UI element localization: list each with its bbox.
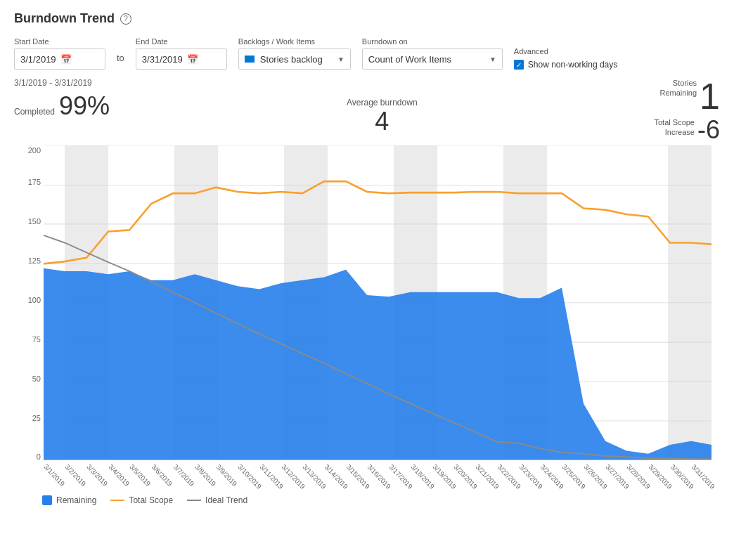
svg-text:3/3/2019: 3/3/2019 — [86, 462, 110, 488]
burndown-value: Count of Work Items — [368, 54, 451, 65]
total-scope-line — [44, 181, 712, 263]
svg-text:175: 175 — [28, 178, 41, 186]
total-scope-value: -6 — [697, 117, 720, 143]
svg-text:3/5/2019: 3/5/2019 — [129, 462, 153, 488]
svg-text:0: 0 — [37, 452, 41, 461]
end-date-group: End Date 3/31/2019 📅 — [136, 37, 227, 70]
advanced-label: Advanced — [514, 47, 617, 56]
legend-remaining: Remaining — [42, 495, 96, 505]
end-date-input[interactable]: 3/31/2019 📅 — [136, 48, 227, 70]
svg-text:3/9/2019: 3/9/2019 — [215, 462, 239, 488]
remaining-legend-icon — [42, 495, 52, 505]
chevron-down-icon: ▼ — [337, 56, 345, 63]
start-date-value: 3/1/2019 — [20, 54, 56, 65]
show-nonworking-row: ✓ Show non-working days — [514, 60, 617, 70]
stories-remaining-value: 1 — [700, 78, 720, 115]
burndown-label: Burndown on — [362, 37, 503, 46]
total-scope-legend-icon — [110, 500, 124, 501]
end-date-label: End Date — [136, 37, 227, 46]
svg-text:3/8/2019: 3/8/2019 — [194, 462, 218, 488]
to-separator: to — [117, 53, 124, 66]
controls-bar: Start Date 3/1/2019 📅 to End Date 3/31/2… — [14, 37, 720, 70]
svg-text:125: 125 — [28, 256, 41, 265]
calendar-icon-end: 📅 — [187, 54, 198, 65]
total-scope-label: Total ScopeIncrease — [655, 117, 695, 138]
svg-text:50: 50 — [32, 374, 41, 382]
svg-text:3/7/2019: 3/7/2019 — [172, 462, 196, 488]
burndown-group: Burndown on Count of Work Items ▼ — [362, 37, 503, 70]
page-title: Burndown Trend — [14, 11, 115, 26]
svg-rect-24 — [668, 145, 712, 460]
show-nonworking-label: Show non-working days — [528, 60, 617, 70]
svg-text:3/4/2019: 3/4/2019 — [108, 462, 131, 488]
legend-ideal-trend: Ideal Trend — [187, 495, 247, 505]
completed-value: 99% — [59, 93, 110, 119]
start-date-label: Start Date — [14, 37, 105, 46]
svg-text:3/2/2019: 3/2/2019 — [64, 462, 88, 488]
calendar-icon: 📅 — [60, 54, 72, 65]
legend: Remaining Total Scope Ideal Trend — [14, 495, 720, 505]
advanced-group: Advanced ✓ Show non-working days — [514, 47, 617, 70]
burndown-chart: 0 25 50 75 100 125 150 175 200 — [14, 145, 720, 490]
remaining-area — [44, 268, 712, 460]
ideal-trend-legend-label: Ideal Trend — [205, 495, 247, 505]
svg-text:100: 100 — [28, 295, 41, 304]
burndown-dropdown[interactable]: Count of Work Items ▼ — [362, 48, 503, 70]
start-date-input[interactable]: 3/1/2019 📅 — [14, 48, 105, 70]
backlogs-label: Backlogs / Work Items — [238, 37, 351, 46]
remaining-legend-label: Remaining — [56, 495, 96, 505]
ideal-trend-legend-icon — [187, 500, 201, 501]
date-range: 3/1/2019 - 3/31/2019 — [14, 78, 110, 88]
backlogs-dropdown[interactable]: Stories backlog ▼ — [238, 48, 351, 70]
svg-text:75: 75 — [32, 335, 41, 344]
total-scope-legend-label: Total Scope — [129, 495, 173, 505]
chevron-down-icon-burndown: ▼ — [489, 56, 496, 63]
avg-burndown-value: 4 — [347, 109, 418, 134]
backlogs-value: Stories backlog — [260, 54, 323, 65]
help-icon[interactable]: ? — [120, 13, 131, 25]
svg-text:3/6/2019: 3/6/2019 — [150, 462, 174, 488]
stories-remaining-label: StoriesRemaining — [659, 78, 697, 98]
chart-area: 0 25 50 75 100 125 150 175 200 — [14, 145, 720, 490]
completed-label: Completed — [14, 107, 55, 117]
backlog-icon — [245, 56, 255, 63]
start-date-group: Start Date 3/1/2019 📅 — [14, 37, 105, 70]
show-nonworking-checkbox[interactable]: ✓ — [514, 60, 524, 70]
check-icon: ✓ — [516, 61, 522, 69]
svg-text:150: 150 — [28, 217, 41, 226]
backlogs-group: Backlogs / Work Items Stories backlog ▼ — [238, 37, 351, 70]
end-date-value: 3/31/2019 — [142, 54, 183, 65]
legend-total-scope: Total Scope — [110, 495, 173, 505]
svg-text:200: 200 — [28, 145, 41, 154]
svg-text:3/1/2019: 3/1/2019 — [43, 462, 67, 488]
svg-text:25: 25 — [32, 414, 41, 422]
